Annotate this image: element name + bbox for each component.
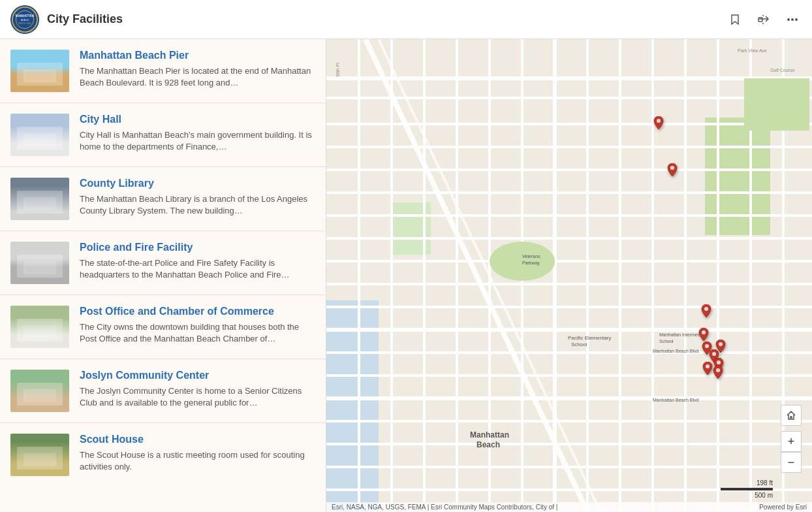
facility-desc-postoffice: The City owns the downtown building that… — [80, 321, 315, 345]
svg-text:Golf Course: Golf Course — [770, 68, 794, 72]
map-pin-1[interactable] — [666, 163, 678, 183]
svg-point-7 — [791, 18, 794, 21]
svg-text:Parkway: Parkway — [522, 261, 540, 266]
facility-desc-library: The Manhattan Beach Library is a branch … — [80, 193, 315, 217]
app-header: MANHATTAN BEACH SINCE 1912 City Faciliti… — [0, 0, 812, 39]
svg-rect-74 — [744, 78, 809, 131]
map-panel[interactable]: 36th Pl Park View Ave Golf Course Manhat… — [326, 39, 812, 512]
facility-thumb-postoffice — [10, 306, 69, 348]
svg-point-6 — [787, 18, 790, 21]
facility-item-cityhall[interactable]: City HallCity Hall is Manhattan Beach's … — [0, 103, 326, 167]
svg-rect-31 — [326, 300, 379, 512]
facility-thumb-joslyn — [10, 370, 69, 412]
facility-item-postoffice[interactable]: Post Office and Chamber of CommerceThe C… — [0, 295, 326, 359]
facility-thumb-library — [10, 178, 69, 220]
facility-info-library: County LibraryThe Manhattan Beach Librar… — [80, 178, 315, 220]
facility-name-library: County Library — [80, 178, 315, 189]
facility-desc-scout: The Scout House is a rustic meeting room… — [80, 449, 315, 473]
svg-rect-26 — [23, 389, 56, 402]
more-options-button[interactable] — [783, 10, 802, 29]
svg-text:Manhattan Beach Blvd: Manhattan Beach Blvd — [653, 349, 699, 353]
facility-info-pier: Manhattan Beach PierThe Manhattan Beach … — [80, 50, 315, 92]
facility-desc-joslyn: The Joslyn Community Center is home to a… — [80, 385, 315, 409]
facility-name-cityhall: City Hall — [80, 114, 315, 125]
svg-text:36th Pl: 36th Pl — [336, 63, 340, 77]
svg-rect-5 — [758, 18, 762, 22]
map-home-button[interactable] — [781, 405, 802, 426]
svg-text:Manhattan Beach Blvd: Manhattan Beach Blvd — [653, 398, 699, 402]
zoom-out-button[interactable]: − — [781, 452, 802, 473]
svg-rect-23 — [23, 325, 56, 338]
powered-by-text: Powered by Esri — [759, 504, 807, 511]
facility-info-scout: Scout HouseThe Scout House is a rustic m… — [80, 434, 315, 476]
facility-info-joslyn: Joslyn Community CenterThe Joslyn Commun… — [80, 370, 315, 412]
svg-point-8 — [795, 18, 798, 21]
facility-info-cityhall: City HallCity Hall is Manhattan Beach's … — [80, 114, 315, 156]
facility-name-pier: Manhattan Beach Pier — [80, 50, 315, 61]
svg-point-97 — [706, 364, 710, 368]
facility-item-police[interactable]: Police and Fire FacilityThe state-of-the… — [0, 231, 326, 295]
zoom-in-button[interactable]: + — [781, 431, 802, 452]
facility-item-library[interactable]: County LibraryThe Manhattan Beach Librar… — [0, 167, 326, 231]
map-pin-12[interactable] — [702, 362, 713, 381]
svg-point-92 — [705, 344, 709, 348]
facility-name-police: Police and Fire Facility — [80, 242, 315, 253]
map-pin-11[interactable] — [712, 366, 724, 385]
facility-name-joslyn: Joslyn Community Center — [80, 370, 315, 381]
facility-item-pier[interactable]: Manhattan Beach PierThe Manhattan Beach … — [0, 39, 326, 103]
scale-line — [721, 488, 773, 490]
map-zoom-controls: + − — [781, 405, 802, 473]
facility-thumb-pier — [10, 50, 69, 92]
facility-item-scout[interactable]: Scout HouseThe Scout House is a rustic m… — [0, 423, 326, 487]
svg-text:Manhattan: Manhattan — [470, 430, 509, 440]
page-title: City Facilities — [47, 12, 726, 26]
map-attribution: Esri, NASA, NGA, USGS, FEMA | Esri Commu… — [326, 502, 812, 512]
facility-thumb-police — [10, 242, 69, 284]
svg-point-94 — [719, 342, 723, 346]
svg-text:Park View Ave: Park View Ave — [738, 48, 767, 53]
facility-desc-cityhall: City Hall is Manhattan Beach's main gove… — [80, 129, 315, 153]
app-logo: MANHATTAN BEACH SINCE 1912 — [10, 5, 39, 34]
scale-text-m: 500 m — [755, 492, 773, 499]
svg-rect-20 — [23, 261, 56, 274]
header-actions — [726, 10, 802, 29]
svg-text:School: School — [659, 339, 674, 344]
svg-point-90 — [704, 307, 708, 311]
facility-desc-pier: The Manhattan Beach Pier is located at t… — [80, 65, 315, 89]
svg-point-95 — [717, 360, 721, 364]
share-button[interactable] — [755, 10, 773, 29]
facility-desc-police: The state-of-the-art Police and Fire Saf… — [80, 257, 315, 281]
svg-text:School: School — [571, 342, 587, 347]
svg-rect-14 — [23, 133, 56, 146]
map-pin-5[interactable] — [700, 304, 712, 324]
facilities-list: Manhattan Beach PierThe Manhattan Beach … — [0, 39, 326, 512]
attribution-text: Esri, NASA, NGA, USGS, FEMA | Esri Commu… — [332, 504, 557, 511]
svg-point-91 — [702, 330, 706, 334]
svg-rect-11 — [23, 69, 56, 82]
facility-info-police: Police and Fire FacilityThe state-of-the… — [80, 242, 315, 284]
bookmark-button[interactable] — [726, 10, 744, 29]
facility-name-scout: Scout House — [80, 434, 315, 445]
svg-rect-17 — [23, 197, 56, 210]
svg-text:Veterans: Veterans — [522, 254, 540, 259]
svg-text:Beach: Beach — [476, 440, 500, 449]
svg-point-86 — [670, 166, 674, 170]
map-pin-0[interactable] — [653, 116, 664, 136]
main-content: Manhattan Beach PierThe Manhattan Beach … — [0, 39, 812, 512]
svg-point-96 — [716, 368, 720, 372]
facility-thumb-cityhall — [10, 114, 69, 156]
svg-point-85 — [657, 119, 661, 123]
facility-item-joslyn[interactable]: Joslyn Community CenterThe Joslyn Commun… — [0, 359, 326, 423]
facility-thumb-scout — [10, 434, 69, 476]
facility-info-postoffice: Post Office and Chamber of CommerceThe C… — [80, 306, 315, 348]
scale-text: 198 ft — [757, 479, 773, 487]
map-scale: 198 ft 500 m — [721, 479, 773, 499]
svg-rect-29 — [23, 453, 56, 466]
svg-text:BEACH: BEACH — [21, 18, 29, 21]
svg-text:SINCE 1912: SINCE 1912 — [18, 22, 31, 25]
svg-text:Pacific Elementary: Pacific Elementary — [568, 335, 611, 341]
map-pin-9[interactable] — [715, 340, 726, 359]
svg-text:MANHATTAN: MANHATTAN — [16, 14, 34, 18]
facility-name-postoffice: Post Office and Chamber of Commerce — [80, 306, 315, 317]
